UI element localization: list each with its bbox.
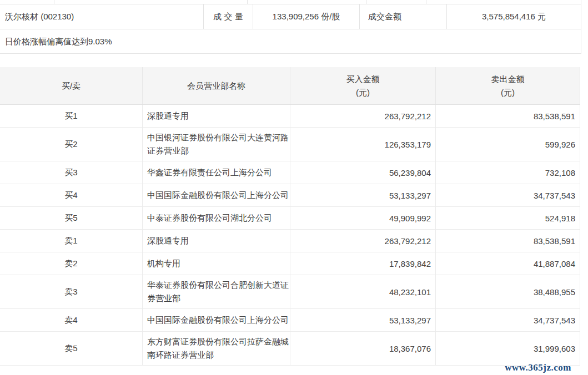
clipped-cell <box>366 0 426 4</box>
page: 沃尔核材 (002130) 成 交 量 133,909,256 份/股 成交金额… <box>0 0 588 375</box>
row-sell-amount: 38,488,955 <box>436 275 580 308</box>
row-rank: 买2 <box>0 128 143 161</box>
turnover-label: 成交金额 <box>360 4 447 29</box>
row-broker-name: 华鑫证券有限责任公司上海分公司 <box>143 161 290 184</box>
row-rank: 卖1 <box>0 230 143 252</box>
row-buy-amount: 53,133,297 <box>290 184 436 206</box>
price-deviation-notice: 日价格涨幅偏离值达到9.03% <box>0 29 581 54</box>
table-row: 卖1 深股通专用 263,792,212 83,538,591 <box>0 230 580 252</box>
table-row: 买5 中泰证券股份有限公司湖北分公司 49,909,992 524,918 <box>0 207 580 230</box>
row-buy-amount: 53,133,297 <box>290 309 436 331</box>
row-sell-amount: 34,737,543 <box>436 309 580 331</box>
row-sell-amount: 31,999,603 <box>436 332 580 365</box>
table-row: 买3 华鑫证券有限责任公司上海分公司 56,239,804 732,108 <box>0 161 580 184</box>
clipped-top-row <box>0 0 581 4</box>
stock-summary-row: 沃尔核材 (002130) 成 交 量 133,909,256 份/股 成交金额… <box>0 4 581 29</box>
header-sell-amount: 卖出金额 (元) <box>436 67 580 104</box>
stock-info-table: 沃尔核材 (002130) 成 交 量 133,909,256 份/股 成交金额… <box>0 0 581 54</box>
header-broker-name-label: 会员营业部名称 <box>143 79 290 93</box>
row-broker-name: 中国国际金融股份有限公司上海分公司 <box>143 309 290 331</box>
row-rank: 买4 <box>0 184 143 206</box>
watermark: www.365jz.com <box>505 362 571 373</box>
volume-label: 成 交 量 <box>204 4 253 29</box>
row-buy-amount: 56,239,804 <box>290 161 436 184</box>
broker-table-header: 买/卖 会员营业部名称 买入金额 (元) 卖出金额 (元) <box>0 67 580 105</box>
row-sell-amount: 41,887,084 <box>436 252 580 275</box>
row-sell-amount: 83,538,591 <box>436 105 580 127</box>
header-sell-amount-unit: (元) <box>436 86 580 99</box>
clipped-cell <box>248 0 366 4</box>
broker-table: 买/卖 会员营业部名称 买入金额 (元) 卖出金额 (元) 买1 深股通专用 2… <box>0 67 580 366</box>
header-broker-name: 会员营业部名称 <box>143 67 290 104</box>
row-rank: 买1 <box>0 105 143 127</box>
table-row: 买2 中国银河证券股份有限公司大连黄河路证券营业部 126,353,179 59… <box>0 128 580 161</box>
row-broker-name: 东方财富证券股份有限公司拉萨金融城南环路证券营业部 <box>143 332 290 365</box>
row-rank: 卖2 <box>0 252 143 275</box>
table-row: 卖5 东方财富证券股份有限公司拉萨金融城南环路证券营业部 18,367,076 … <box>0 332 580 366</box>
row-rank: 买3 <box>0 161 143 184</box>
header-buy-amount-unit: (元) <box>290 86 435 99</box>
row-buy-amount: 18,367,076 <box>290 332 436 365</box>
row-broker-name: 华泰证券股份有限公司合肥创新大道证券营业部 <box>143 275 290 308</box>
stock-name: 沃尔核材 (002130) <box>0 4 204 29</box>
table-row: 卖3 华泰证券股份有限公司合肥创新大道证券营业部 48,232,101 38,4… <box>0 275 580 309</box>
row-buy-amount: 17,839,842 <box>290 252 436 275</box>
header-buy-amount-label: 买入金额 <box>290 73 435 86</box>
header-buy-amount: 买入金额 (元) <box>290 67 436 104</box>
table-row: 买4 中国国际金融股份有限公司上海分公司 53,133,297 34,737,5… <box>0 184 580 207</box>
row-sell-amount: 732,108 <box>436 161 580 184</box>
broker-table-body: 买1 深股通专用 263,792,212 83,538,591 买2 中国银河证… <box>0 105 580 366</box>
row-broker-name: 中国国际金融股份有限公司上海分公司 <box>143 184 290 206</box>
row-broker-name: 中泰证券股份有限公司湖北分公司 <box>143 207 290 229</box>
row-buy-amount: 263,792,212 <box>290 105 436 127</box>
turnover-value: 3,575,854,416 元 <box>447 4 581 29</box>
row-sell-amount: 599,926 <box>436 128 580 161</box>
row-broker-name: 深股通专用 <box>143 105 290 127</box>
row-buy-amount: 48,232,101 <box>290 275 436 308</box>
row-rank: 卖4 <box>0 309 143 331</box>
row-sell-amount: 524,918 <box>436 207 580 229</box>
row-rank: 卖3 <box>0 275 143 308</box>
volume-value: 133,909,256 份/股 <box>253 4 360 29</box>
row-sell-amount: 83,538,591 <box>436 230 580 252</box>
row-buy-amount: 126,353,179 <box>290 128 436 161</box>
row-rank: 卖5 <box>0 332 143 365</box>
header-sell-amount-label: 卖出金额 <box>436 73 580 86</box>
table-row: 买1 深股通专用 263,792,212 83,538,591 <box>0 105 580 128</box>
row-broker-name: 深股通专用 <box>143 230 290 252</box>
header-buy-sell-label: 买/卖 <box>0 79 142 93</box>
table-row: 卖4 中国国际金融股份有限公司上海分公司 53,133,297 34,737,5… <box>0 309 580 332</box>
row-broker-name: 机构专用 <box>143 252 290 275</box>
row-broker-name: 中国银河证券股份有限公司大连黄河路证券营业部 <box>143 128 290 161</box>
clipped-cell <box>54 0 248 4</box>
header-buy-sell: 买/卖 <box>0 67 143 104</box>
row-buy-amount: 263,792,212 <box>290 230 436 252</box>
clipped-cell <box>426 0 581 4</box>
table-row: 卖2 机构专用 17,839,842 41,887,084 <box>0 252 580 275</box>
row-rank: 买5 <box>0 207 143 229</box>
clipped-cell <box>0 0 54 4</box>
row-buy-amount: 49,909,992 <box>290 207 436 229</box>
row-sell-amount: 34,737,543 <box>436 184 580 206</box>
